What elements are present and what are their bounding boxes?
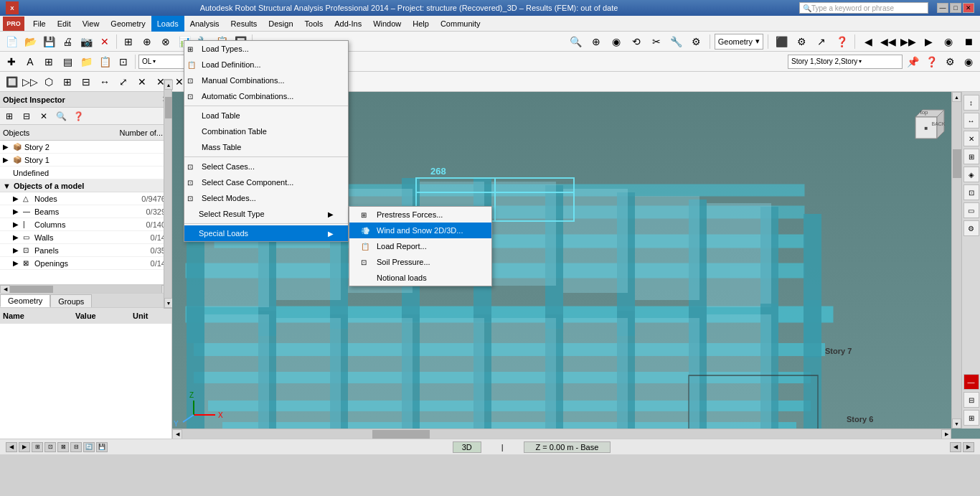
menu-load-definition[interactable]: 📋 Load Definition... [184,57,348,72]
vp-vscroll-thumb[interactable] [953,149,961,178]
status-btn-3[interactable]: ⊞ [32,442,43,452]
submenu-notional[interactable]: Notional loads [349,270,491,286]
toolbar-view-2[interactable]: ⊕ [588,33,605,50]
inspector-tb-4[interactable]: 🔍 [53,109,69,123]
tab-geometry[interactable]: Geometry [0,294,50,307]
props-body[interactable] [0,324,171,439]
submenu-prestress[interactable]: ⊞ Prestress Forces... [349,207,491,223]
vp-vscroll-down[interactable]: ▼ [952,418,961,429]
tb3-4[interactable]: ⊞ [59,73,76,90]
tb3-3[interactable]: ⬡ [40,73,57,90]
menu-addins[interactable]: Add-Ins [329,16,367,32]
tb3-1[interactable]: 🔲 [3,73,20,90]
status-btn-7[interactable]: 🔄 [83,442,95,452]
toolbar-delete[interactable]: ✕ [96,33,113,50]
expander-panels[interactable]: ▶ [13,246,23,254]
status-btn-4[interactable]: ⊡ [44,442,56,452]
status-btn-6[interactable]: ⊟ [70,442,82,452]
status-right-btn-2[interactable]: ▶ [963,442,974,452]
menu-select-cases[interactable]: ⊡ Select Cases... [184,159,348,174]
vscroll-up[interactable]: ▲ [164,80,173,90]
toolbar-right-8[interactable]: ▶ [920,33,937,50]
tb2-6[interactable]: 📋 [96,53,113,70]
toolbar-open[interactable]: 📂 [22,33,39,50]
tree-item-openings[interactable]: ▶ ⊠ Openings 0/14 [0,257,171,270]
vp-hscroll-right[interactable]: ▶ [941,429,951,439]
menu-view[interactable]: View [77,16,105,32]
toolbar-right-10[interactable]: ⏹ [960,33,977,50]
inspector-tb-1[interactable]: ⊞ [1,109,17,123]
vp-hscroll-left[interactable]: ◀ [172,429,182,439]
tb2-5[interactable]: 📁 [77,53,95,70]
toolbar-save[interactable]: 💾 [40,33,57,50]
menu-file[interactable]: File [27,16,52,32]
menu-loads[interactable]: Loads [151,16,184,32]
status-btn-2[interactable]: ▶ [19,442,30,452]
tb3-2[interactable]: ▷▷ [22,73,39,90]
toolbar-view-1[interactable]: 🔍 [567,33,585,50]
toolbar-btn-1[interactable]: ⊞ [120,33,137,50]
right-icon-8[interactable]: ⚙ [963,220,979,236]
right-icon-10[interactable]: ⊟ [963,392,979,408]
tree-hscroll[interactable]: ◀ ▶ [0,284,171,293]
object-tree[interactable]: ▶ 📦 Story 2 ▶ 📦 Story 1 Undefined ▼ Obje… [0,141,171,284]
menu-manual-combinations[interactable]: ⊡ Manual Combinations... [184,72,348,88]
tb3-5[interactable]: ⊟ [77,73,95,90]
tree-item-nodes[interactable]: ▶ △ Nodes 0/9476 [0,192,171,205]
expander-openings[interactable]: ▶ [13,259,23,267]
inspector-tb-5[interactable]: ❓ [70,109,86,123]
tree-scroll-thumb[interactable] [10,286,53,293]
menu-mass-table[interactable]: Mass Table [184,139,348,155]
right-icon-11[interactable]: ⊞ [963,410,979,426]
tab-groups[interactable]: Groups [50,294,92,307]
viewport-hscroll[interactable]: ◀ ▶ [172,429,951,439]
tb2-7[interactable]: ⊡ [115,53,132,70]
expander-beams[interactable]: ▶ [13,207,23,215]
toolbar-new[interactable]: 📄 [3,33,20,50]
submenu-soil-pressure[interactable]: ⊡ Soil Pressure... [349,254,491,270]
menu-select-result-type[interactable]: Select Result Type ▶ [184,206,348,222]
tb2-cfg-btn[interactable]: ⚙ [941,53,958,70]
toolbar-right-7[interactable]: ▶▶ [900,33,917,50]
right-icon-4[interactable]: ⊞ [963,149,979,164]
status-right-btn-1[interactable]: ◀ [950,442,961,452]
inspector-tb-2[interactable]: ⊟ [19,109,34,123]
menu-select-case-comp[interactable]: ⊡ Select Case Component... [184,174,348,190]
toolbar-right-9[interactable]: ◉ [940,33,957,50]
viewport-vscroll[interactable]: ▲ ▼ [951,92,961,429]
menu-load-types[interactable]: ⊞ Load Types... [184,41,348,57]
minimize-button[interactable]: — [937,3,948,13]
toolbar-print[interactable]: 🖨 [59,33,76,50]
tree-item-story1[interactable]: ▶ 📦 Story 1 [0,154,171,167]
menu-help[interactable]: Help [407,16,435,32]
vscroll-thumb[interactable] [165,97,172,118]
toolbar-right-2[interactable]: ⚙ [793,33,810,50]
toolbar-right-4[interactable]: ❓ [833,33,850,50]
menu-analysis[interactable]: Analysis [184,16,225,32]
expander-story1[interactable]: ▶ [3,156,13,164]
maximize-button[interactable]: □ [950,3,961,13]
expander-walls[interactable]: ▶ [13,233,23,241]
left-panel-vscroll[interactable]: ▲ ▼ [164,79,172,309]
right-icon-2[interactable]: ↔ [963,113,979,128]
toolbar-right-5[interactable]: ◀ [859,33,877,50]
tree-item-undefined[interactable]: Undefined [0,167,171,179]
tb3-6[interactable]: ↔ [96,73,113,90]
tb2-help-btn[interactable]: ❓ [923,53,940,70]
menu-auto-combinations[interactable]: ⊡ Automatic Combinations... [184,88,348,104]
expander-model[interactable]: ▼ [3,182,11,190]
menu-geometry[interactable]: Geometry [105,16,151,32]
right-icon-5[interactable]: ◈ [963,167,979,182]
right-icon-1[interactable]: ↕ [963,95,979,111]
toolbar-view-6[interactable]: 🔧 [668,33,685,50]
inspector-tb-3[interactable]: ✕ [36,109,52,123]
menu-design[interactable]: Design [263,16,298,32]
tb2-4[interactable]: ▤ [59,53,76,70]
menu-select-modes[interactable]: ⊡ Select Modes... [184,190,348,206]
right-icon-3[interactable]: ✕ [963,131,979,146]
toolbar-view-4[interactable]: ⟲ [628,33,645,50]
toolbar-right-1[interactable]: ⬛ [773,33,790,50]
menu-load-table[interactable]: Load Table [184,108,348,123]
toolbar-btn-2[interactable]: ⊕ [138,33,156,50]
menu-community[interactable]: Community [435,16,486,32]
